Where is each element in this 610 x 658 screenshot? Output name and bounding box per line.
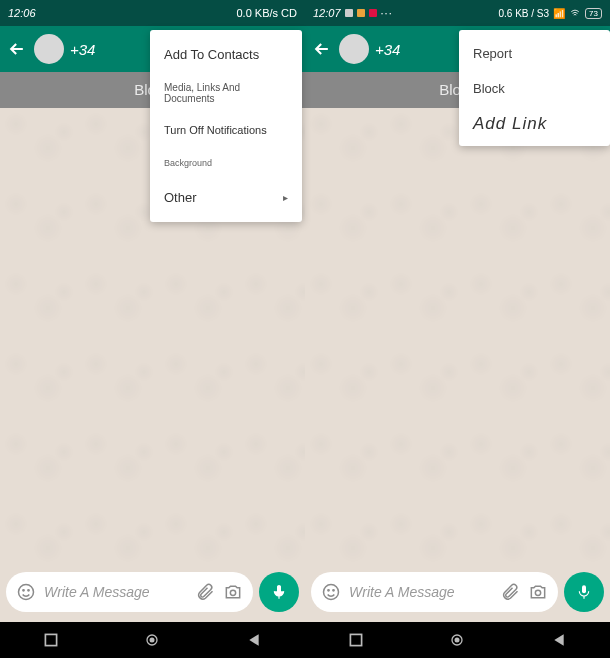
svg-point-8 [535,590,540,595]
back-arrow-icon[interactable] [6,38,28,60]
notif-icon [345,9,353,17]
message-input-row: Write A Message [6,572,299,612]
camera-icon[interactable] [528,582,548,602]
nav-home-icon[interactable] [143,631,161,649]
nav-recents-icon[interactable] [347,631,365,649]
svg-point-7 [333,590,334,591]
menu-other-label: Other [164,190,197,205]
message-input-row: Write A Message [311,572,604,612]
menu-other[interactable]: Other ▸ [150,179,302,216]
message-input[interactable]: Write A Message [6,572,253,612]
nav-back-icon[interactable] [245,631,263,649]
status-bar: 12:07 ··· 0.6 KB / S3 📶 73 [305,0,610,26]
menu-block[interactable]: Block [459,71,610,106]
message-placeholder: Write A Message [349,584,492,600]
message-input[interactable]: Write A Message [311,572,558,612]
attach-icon[interactable] [195,582,215,602]
attach-icon[interactable] [500,582,520,602]
svg-point-15 [455,638,460,643]
menu-mute[interactable]: Turn Off Notifications [150,113,302,147]
status-time: 12:06 [8,7,36,19]
status-net: 0.6 KB / S3 [499,8,550,19]
status-net: 0.0 KB/s CD [236,7,297,19]
svg-point-2 [28,590,29,591]
menu-add-contacts[interactable]: Add To Contacts [150,36,302,73]
nav-recents-icon[interactable] [42,631,60,649]
emoji-icon[interactable] [321,582,341,602]
svg-rect-10 [45,634,56,645]
menu-add-link[interactable]: Add Link [459,106,610,144]
contact-number[interactable]: +34 [70,41,95,58]
mic-button[interactable] [564,572,604,612]
more-notif-icon: ··· [381,7,393,19]
nav-home-icon[interactable] [448,631,466,649]
nav-back-icon[interactable] [550,631,568,649]
back-arrow-icon[interactable] [311,38,333,60]
menu-report[interactable]: Report [459,36,610,71]
menu-media[interactable]: Media, Links And Documents [150,73,302,113]
status-time: 12:07 [313,7,341,19]
contact-number[interactable]: +34 [375,41,400,58]
svg-point-6 [328,590,329,591]
android-nav-bar [0,622,610,658]
chat-background [305,108,610,568]
battery-icon: 73 [585,8,602,19]
svg-point-12 [150,638,155,643]
chevron-right-icon: ▸ [283,192,288,203]
overflow-menu-right: Report Block Add Link [459,30,610,146]
status-bar: 12:06 0.0 KB/s CD [0,0,305,26]
signal-icon: 📶 [553,8,565,19]
avatar[interactable] [339,34,369,64]
overflow-menu-left: Add To Contacts Media, Links And Documen… [150,30,302,222]
svg-point-3 [230,590,235,595]
svg-point-0 [19,585,34,600]
mic-button[interactable] [259,572,299,612]
notif-icon [369,9,377,17]
svg-rect-13 [350,634,361,645]
message-placeholder: Write A Message [44,584,187,600]
menu-background[interactable]: Background [150,147,302,179]
notif-icon [357,9,365,17]
avatar[interactable] [34,34,64,64]
camera-icon[interactable] [223,582,243,602]
svg-point-1 [23,590,24,591]
svg-point-5 [324,585,339,600]
emoji-icon[interactable] [16,582,36,602]
wifi-icon [569,8,581,18]
